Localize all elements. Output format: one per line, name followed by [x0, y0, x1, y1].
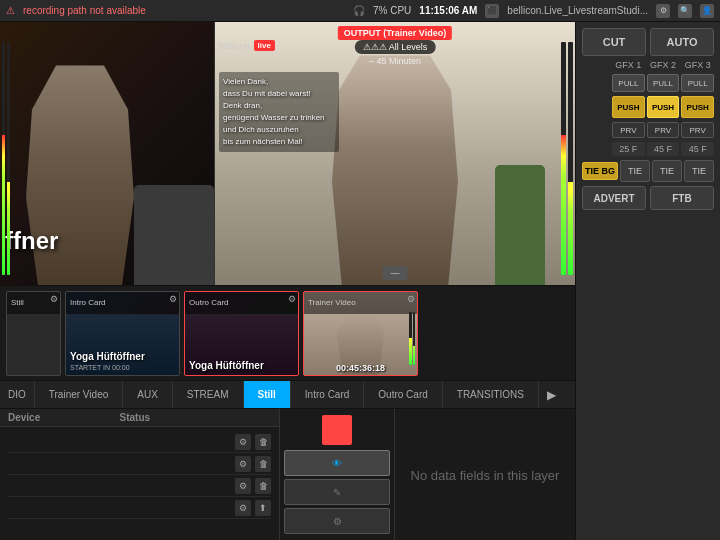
thumb-outro-header: Outro Card ⚙: [185, 292, 298, 314]
pull-row: PULL PULL PULL: [582, 74, 714, 92]
gfx3-label: GFX 3: [681, 60, 714, 70]
advert-ftb-row: ADVERT FTB: [582, 186, 714, 210]
thumb-still-label: Still: [11, 298, 24, 307]
tie1-btn[interactable]: TIE: [620, 160, 650, 182]
gfx1-push-btn[interactable]: PUSH: [612, 96, 645, 118]
tab-stream[interactable]: STREAM: [173, 381, 244, 408]
tab-still[interactable]: Still: [244, 381, 291, 408]
device-delete-btn[interactable]: 🗑: [255, 434, 271, 450]
device-table: Device Status ⚙ 🗑: [0, 409, 280, 540]
preview-row: ffner OUTPUT (Trainer Video): [0, 22, 575, 285]
minutes-badge: – 45 Minuten: [369, 56, 421, 66]
thumb-trainer[interactable]: Trainer Video ⚙ 00:45:36:18: [303, 291, 418, 376]
device-col-header: Device: [8, 412, 120, 423]
tab-row: DIO Trainer Video AUX STREAM Still Intro…: [0, 381, 575, 409]
layer-eye-btn[interactable]: 👁: [284, 450, 390, 476]
thumb-trainer-header: Trainer Video ⚙: [304, 292, 417, 314]
output-cut-btn[interactable]: —: [383, 266, 408, 280]
cut-auto-row: CUT AUTO: [582, 28, 714, 56]
thumb-trainer-timer: 00:45:36:18: [336, 363, 385, 373]
right-content: 👁 ✎ ⚙ No data fields in this layer: [280, 409, 575, 540]
thumb-trainer-label: Trainer Video: [308, 298, 356, 307]
prv-row: PRV PRV PRV: [582, 122, 714, 138]
thumb-intro-gear[interactable]: ⚙: [169, 294, 177, 304]
gfx-labels-row: GFX 1 GFX 2 GFX 3: [582, 60, 714, 70]
gfx3-prv-btn[interactable]: PRV: [681, 122, 714, 138]
program-chair-shape: [134, 185, 214, 285]
main-area: ffner OUTPUT (Trainer Video): [0, 22, 720, 540]
search-icon[interactable]: 🔍: [678, 4, 692, 18]
gear-icon: ⚙: [333, 516, 342, 527]
thumb-still[interactable]: Still ⚙: [6, 291, 61, 376]
tie-bg-btn[interactable]: TIE BG: [582, 162, 618, 180]
layer-gear-btn[interactable]: ⚙: [284, 508, 390, 534]
thumb-trainer-gear[interactable]: ⚙: [407, 294, 415, 304]
tab-outro-card[interactable]: Outro Card: [364, 381, 442, 408]
tab-trainer-video[interactable]: Trainer Video: [35, 381, 123, 408]
thumb-still-gear[interactable]: ⚙: [50, 294, 58, 304]
device-header: Device Status: [0, 409, 279, 427]
frame-row: 25 F 45 F 45 F: [582, 142, 714, 156]
cut-button[interactable]: CUT: [582, 28, 646, 56]
tab-transitions[interactable]: TRANSITIONS: [443, 381, 539, 408]
gfx2-label: GFX 2: [647, 60, 680, 70]
device-icons: ⚙ 🗑: [235, 456, 271, 472]
gfx2-push-btn[interactable]: PUSH: [647, 96, 680, 118]
thumb-meter-2: [413, 312, 416, 365]
thumb-outro-label: Outro Card: [189, 298, 229, 307]
device-rows: ⚙ 🗑 ⚙ 🗑: [0, 427, 279, 523]
advert-btn[interactable]: ADVERT: [582, 186, 646, 210]
device-delete-btn[interactable]: ⬆: [255, 500, 271, 516]
gfx2-prv-btn[interactable]: PRV: [647, 122, 680, 138]
gfx1-prv-btn[interactable]: PRV: [612, 122, 645, 138]
thumb-outro-gear[interactable]: ⚙: [288, 294, 296, 304]
tab-dio[interactable]: DIO: [0, 381, 35, 408]
thumb-intro[interactable]: Intro Card ⚙ Yoga Hüftöffner STARTET IN …: [65, 291, 180, 376]
headphone-icon: 🎧: [353, 5, 365, 16]
tab-intro-card[interactable]: Intro Card: [291, 381, 364, 408]
device-delete-btn[interactable]: 🗑: [255, 456, 271, 472]
table-row: ⚙ 🗑: [8, 431, 271, 453]
thumb-intro-content: Yoga Hüftöffner STARTET IN 00:00: [66, 315, 179, 375]
push-row: PUSH PUSH PUSH: [582, 96, 714, 118]
no-data-text: No data fields in this layer: [411, 468, 560, 483]
device-gear-btn[interactable]: ⚙: [235, 456, 251, 472]
meter-bar-r2: [568, 42, 573, 275]
output-trainer-shape: [325, 55, 465, 285]
auto-button[interactable]: AUTO: [650, 28, 714, 56]
device-delete-btn[interactable]: 🗑: [255, 478, 271, 494]
gfx1-pull-btn[interactable]: PULL: [612, 74, 645, 92]
device-gear-btn[interactable]: ⚙: [235, 500, 251, 516]
levels-badge: ⚠⚠⚠ All Levels: [355, 40, 436, 54]
right-panel: CUT AUTO GFX 1 GFX 2 GFX 3 PULL PULL PUL…: [575, 22, 720, 540]
output-label: OUTPUT (Trainer Video): [338, 26, 452, 40]
gfx3-push-btn[interactable]: PUSH: [681, 96, 714, 118]
cpu-usage: 7% CPU: [373, 5, 411, 16]
thumbnail-strip: Still ⚙ Intro Card ⚙ Yoga Hüftöffner STA…: [0, 285, 575, 380]
gfx3-pull-btn[interactable]: PULL: [681, 74, 714, 92]
program-name-overlay: ffner: [5, 227, 58, 255]
device-icons: ⚙ 🗑: [235, 478, 271, 494]
volume-meters-right: [561, 42, 573, 275]
tie3-btn[interactable]: TIE: [684, 160, 714, 182]
device-gear-btn[interactable]: ⚙: [235, 434, 251, 450]
thumb-outro-content: Yoga Hüftöffner: [185, 315, 298, 375]
tab-aux[interactable]: AUX: [123, 381, 173, 408]
ftb-btn[interactable]: FTB: [650, 186, 714, 210]
thumb-outro-text: Yoga Hüftöffner: [189, 360, 294, 371]
eye-icon: 👁: [332, 458, 342, 469]
gfx2-pull-btn[interactable]: PULL: [647, 74, 680, 92]
thumb-still-header: Still ⚙: [7, 292, 60, 314]
user-icon[interactable]: 👤: [700, 4, 714, 18]
status-col-header: Status: [120, 412, 232, 423]
tab-arrow[interactable]: ▶: [539, 381, 564, 408]
thumb-outro[interactable]: Outro Card ⚙ Yoga Hüftöffner: [184, 291, 299, 376]
system-time: 11:15:06 AM: [419, 5, 477, 16]
device-gear-btn[interactable]: ⚙: [235, 478, 251, 494]
meter-bar-2: [7, 42, 10, 275]
settings-icon[interactable]: ⚙: [656, 4, 670, 18]
no-data-area: No data fields in this layer: [395, 409, 575, 540]
layer-edit-btn[interactable]: ✎: [284, 479, 390, 505]
tie2-btn[interactable]: TIE: [652, 160, 682, 182]
output-plant-shape: [495, 165, 545, 285]
